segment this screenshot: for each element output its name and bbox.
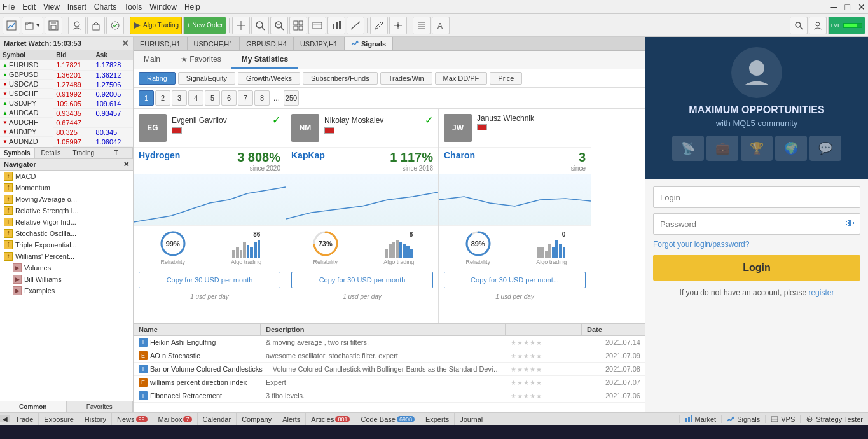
page-4[interactable]: 4: [188, 90, 203, 106]
nav-indicator-item[interactable]: fTriple Exponential...: [0, 239, 133, 251]
table-row[interactable]: E AO n Stochastic awesome oscillator, st…: [134, 349, 645, 363]
filter-trades-win[interactable]: Trades/Win: [380, 72, 432, 85]
menu-edit[interactable]: Edit: [22, 3, 36, 11]
toolbar-lock[interactable]: [87, 17, 105, 34]
market-watch-row[interactable]: ▲GBPUSD 1.36201 1.36212: [0, 70, 133, 80]
page-5[interactable]: 5: [205, 90, 220, 106]
status-market[interactable]: Market: [679, 415, 722, 423]
toolbar-grid[interactable]: [289, 17, 307, 34]
toolbar-zoom[interactable]: [251, 17, 269, 34]
page-8[interactable]: 8: [254, 90, 270, 106]
signal-tab-my-statistics[interactable]: My Statistics: [231, 51, 298, 69]
forgot-password-link[interactable]: Forgot your login/password?: [653, 240, 860, 249]
toolbar-period[interactable]: [308, 17, 326, 34]
status-code-base[interactable]: Code Base6908: [355, 413, 420, 425]
signal-product-name[interactable]: Hydrogen: [139, 150, 180, 160]
status-company[interactable]: Company: [237, 413, 277, 425]
row-stars-cell[interactable]: ★★★★★: [506, 364, 582, 375]
toolbar-crosshair[interactable]: [232, 17, 250, 34]
menu-help[interactable]: Help: [184, 3, 200, 11]
window-minimize[interactable]: ─: [831, 2, 837, 12]
market-watch-row[interactable]: ▼AUDNZD 1.05997 1.06042: [0, 137, 133, 146]
copy-signal-button[interactable]: Copy for 30 USD per month: [139, 272, 280, 288]
menu-window[interactable]: Window: [149, 3, 177, 11]
filter-rating[interactable]: Rating: [139, 72, 176, 85]
status-strategy-tester[interactable]: Strategy Tester: [800, 415, 868, 423]
toolbox-toggle[interactable]: ◀: [0, 415, 10, 422]
market-watch-row[interactable]: ▼AUDCHF 0.67447: [0, 118, 133, 127]
login-button[interactable]: Login: [653, 255, 860, 281]
toolbar-algo-trading[interactable]: Algo Trading: [130, 17, 182, 34]
filter-growth-weeks[interactable]: Growth/Weeks: [238, 72, 300, 85]
nav-indicator-item[interactable]: fStochastic Oscilla...: [0, 228, 133, 239]
toolbar-cross[interactable]: [389, 17, 407, 34]
nav-indicator-item[interactable]: fRelative Strength I...: [0, 205, 133, 216]
copy-signal-button[interactable]: Copy for 30 USD per mont...: [444, 272, 586, 288]
navigator-close[interactable]: ✕: [123, 160, 129, 169]
toolbar-new-chart[interactable]: [3, 17, 20, 34]
status-calendar[interactable]: Calendar: [198, 413, 237, 425]
row-stars-cell[interactable]: ★★★★★: [506, 391, 582, 401]
col-date[interactable]: Date: [582, 324, 645, 335]
chart-tab-gbpusd-h4[interactable]: GBPUSD,H4: [240, 37, 294, 51]
register-link[interactable]: register: [808, 288, 834, 297]
signal-product-name[interactable]: Charon: [444, 150, 475, 160]
col-name[interactable]: Name: [134, 324, 261, 335]
tab-favorites[interactable]: Favorites: [67, 401, 134, 412]
table-row[interactable]: I Bar or Volume Colored Candlesticks Vol…: [134, 363, 645, 376]
password-input[interactable]: [653, 213, 860, 235]
col-bid[interactable]: Bid: [53, 50, 93, 60]
chart-tab-eurusd-h1[interactable]: EURUSD,H1: [134, 37, 188, 51]
nav-folder-item[interactable]: ▶ Examples: [0, 285, 133, 296]
tab-symbols[interactable]: Symbols: [0, 148, 35, 158]
page-250[interactable]: 250: [284, 90, 299, 106]
status-news[interactable]: News99: [112, 413, 153, 425]
toolbar-open[interactable]: ▾: [22, 17, 43, 34]
window-close[interactable]: ✕: [858, 2, 865, 12]
status-articles[interactable]: Articles801: [306, 413, 355, 425]
tab-t[interactable]: T: [100, 148, 133, 158]
nav-indicator-item[interactable]: fRelative Vigor Ind...: [0, 216, 133, 228]
toolbar-account[interactable]: [809, 17, 827, 34]
filter-max-dd-pf[interactable]: Max DD/PF: [435, 72, 488, 85]
nav-indicator-item[interactable]: fMACD: [0, 171, 133, 182]
chart-tab-usdchf-h1[interactable]: USDCHF,H1: [188, 37, 240, 51]
status-trade[interactable]: Trade: [10, 413, 39, 425]
table-row[interactable]: E williams percent direction index Exper…: [134, 376, 645, 389]
toolbar-save[interactable]: [45, 17, 62, 34]
status-alerts[interactable]: Alerts: [277, 413, 306, 425]
market-watch-row[interactable]: ▼USDCHF 0.91992 0.92005: [0, 89, 133, 99]
status-journal[interactable]: Journal: [455, 413, 488, 425]
toolbar-new-order[interactable]: + New Order: [183, 17, 226, 34]
nav-folder-item[interactable]: ▶ Volumes: [0, 262, 133, 274]
menu-view[interactable]: View: [43, 3, 60, 11]
toolbar-fib[interactable]: [413, 17, 431, 34]
toolbar-level[interactable]: LVL: [828, 17, 865, 34]
nav-indicator-item[interactable]: fWilliams' Percent...: [0, 251, 133, 262]
window-maximize[interactable]: □: [845, 2, 850, 12]
menu-file[interactable]: File: [3, 3, 15, 11]
row-stars-cell[interactable]: ★★★★★: [506, 377, 582, 388]
show-password-icon[interactable]: 👁: [845, 218, 855, 230]
col-description[interactable]: Description: [261, 324, 506, 335]
toolbar-zoom-out[interactable]: [270, 17, 288, 34]
row-stars-cell[interactable]: ★★★★★: [506, 337, 582, 348]
menu-charts[interactable]: Charts: [94, 3, 116, 11]
market-watch-row[interactable]: ▼USDCAD 1.27489 1.27506: [0, 80, 133, 89]
market-watch-row[interactable]: ▲EURUSD 1.17821 1.17828: [0, 60, 133, 71]
table-row[interactable]: I Fibonacci Retracement 3 fibo levels. ★…: [134, 389, 645, 403]
menu-insert[interactable]: Insert: [67, 3, 86, 11]
toolbar-line[interactable]: [347, 17, 364, 34]
nav-indicator-item[interactable]: fMoving Average o...: [0, 193, 133, 205]
page-3[interactable]: 3: [172, 90, 187, 106]
status-experts[interactable]: Experts: [420, 413, 455, 425]
toolbar-experts[interactable]: [106, 17, 124, 34]
page-2[interactable]: 2: [155, 90, 170, 106]
market-watch-row[interactable]: ▲AUDCAD 0.93435 0.93457: [0, 108, 133, 118]
chart-tab-signals[interactable]: Signals: [345, 37, 393, 51]
signal-tab-main[interactable]: Main: [134, 51, 170, 69]
toolbar-draw[interactable]: [370, 17, 388, 34]
filter-subscribers-funds[interactable]: Subscribers/Funds: [303, 72, 378, 85]
tab-common[interactable]: Common: [0, 401, 67, 412]
col-ask[interactable]: Ask: [93, 50, 133, 60]
